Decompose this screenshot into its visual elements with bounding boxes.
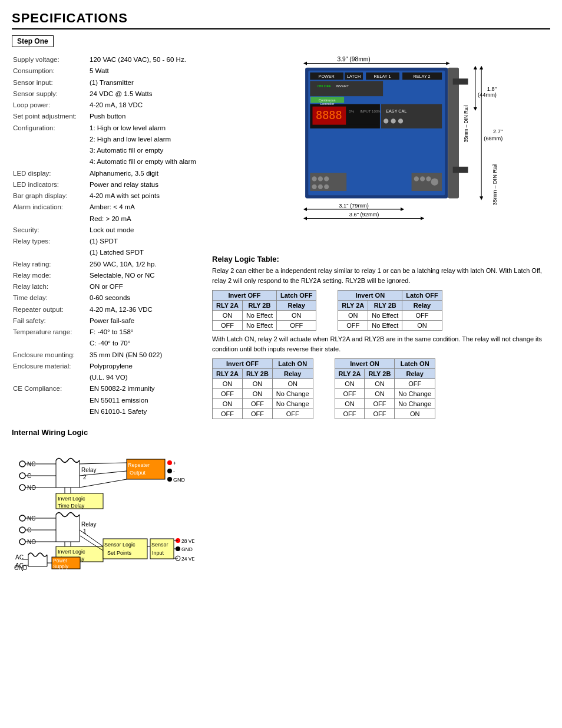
spec-label: Temperature range: bbox=[12, 327, 88, 338]
spec-row: C: -40° to 70° bbox=[12, 338, 200, 349]
spec-label: Security: bbox=[12, 225, 88, 236]
spec-value: 2: High and low level alarm bbox=[88, 134, 200, 145]
spec-label: Set point adjustment: bbox=[12, 111, 88, 122]
spec-row: EN 61010-1 Safety bbox=[12, 406, 200, 417]
svg-point-90 bbox=[414, 176, 419, 181]
header-invert-on-2: Invert ON bbox=[335, 359, 395, 369]
dim-31: 3.1" (79mm) bbox=[339, 203, 369, 209]
svg-text:Set Points: Set Points bbox=[107, 550, 132, 556]
spec-label: LED indicators: bbox=[12, 179, 88, 190]
sensor-logic-label: Sensor Logic bbox=[104, 542, 135, 548]
svg-point-17 bbox=[167, 469, 172, 473]
spec-value: Selectable, NO or NC bbox=[88, 270, 200, 281]
col-rly2a-1: RLY 2A bbox=[213, 301, 243, 311]
spec-row: (1) Latched SPDT bbox=[12, 247, 200, 258]
spec-row: Time delay:0-60 seconds bbox=[12, 292, 200, 304]
col-relay-1: Relay bbox=[276, 301, 316, 311]
dim-top: 3.9" (98mm) bbox=[337, 56, 370, 62]
spec-value: F: -40° to 158° bbox=[88, 327, 200, 338]
svg-rect-78 bbox=[381, 104, 442, 129]
din-label2: 35mm – DIN Rail bbox=[464, 106, 469, 143]
header-latch-off-2: Latch OFF bbox=[402, 291, 442, 301]
spec-label: Sensor supply: bbox=[12, 88, 88, 100]
table-row: ONOFFNo Change bbox=[335, 399, 435, 409]
relay2-label: Relay bbox=[81, 467, 97, 473]
table-row: ONONOFF bbox=[335, 379, 435, 389]
header-latch-off: Latch OFF bbox=[276, 291, 316, 301]
latch-header: LATCH bbox=[347, 74, 361, 79]
table-row: ONNo EffectOFF bbox=[338, 311, 442, 321]
sensor-label: Sensor bbox=[151, 542, 168, 548]
repeater-label: Repeater bbox=[128, 462, 150, 468]
spec-label: Configuration: bbox=[12, 123, 88, 134]
svg-point-18 bbox=[167, 477, 172, 482]
spec-label: Relay rating: bbox=[12, 259, 88, 270]
dim-36: 3.6" (92mm) bbox=[349, 212, 379, 218]
col-relay-3: Relay bbox=[272, 369, 313, 379]
v28-label: 28 VDC bbox=[181, 538, 194, 544]
spec-row: Configuration:1: High or low level alarm bbox=[12, 123, 200, 134]
col-rly2b-4: RLY 2B bbox=[365, 369, 395, 379]
spec-value: 120 VAC (240 VAC), 50 - 60 Hz. bbox=[88, 54, 200, 65]
spec-row: Loop power:4-20 mA, 18 VDC bbox=[12, 100, 200, 111]
spec-label: Supply voltage: bbox=[12, 54, 88, 65]
svg-point-86 bbox=[312, 185, 316, 189]
spec-row: Relay rating:250 VAC, 10A, 1/2 hp. bbox=[12, 259, 200, 270]
relay2-header: RELAY 2 bbox=[414, 74, 431, 79]
svg-point-24 bbox=[19, 539, 25, 545]
table-row: OFFONNo Change bbox=[213, 389, 313, 399]
col-rly2a-2: RLY 2A bbox=[338, 301, 368, 311]
svg-line-19 bbox=[80, 463, 127, 464]
spec-value: (U.L. 94 VO) bbox=[88, 372, 200, 383]
din-label: 35mm – DIN Rail bbox=[492, 164, 498, 206]
spec-value: 4-20 mA, 12-36 VDC bbox=[88, 304, 200, 315]
spec-row: Sensor supply:24 VDC @ 1.5 Watts bbox=[12, 88, 200, 100]
v24-label: 24 VDC bbox=[181, 556, 194, 562]
table-row: OFFONNo Change bbox=[335, 389, 435, 399]
spec-label bbox=[12, 156, 88, 167]
spec-label: Enclosure material: bbox=[12, 361, 88, 372]
svg-text:Controller: Controller bbox=[320, 102, 335, 106]
wiring-diagram: NC C NO Relay 2 bbox=[12, 442, 194, 571]
tables-row-2: Invert OFF Latch ON RLY 2A RLY 2B Relay … bbox=[212, 358, 550, 419]
spec-value: Push button bbox=[88, 111, 200, 122]
dim-18: 1.8" bbox=[487, 86, 497, 92]
easy-cal: EASY CAL bbox=[386, 108, 406, 114]
spec-label: Loop power: bbox=[12, 100, 88, 111]
spec-label: Fail safety: bbox=[12, 315, 88, 327]
spec-value: C: -40° to 70° bbox=[88, 338, 200, 349]
gnd-label: GND bbox=[173, 477, 186, 483]
table-row: ONOFFNo Change bbox=[213, 399, 313, 409]
table-invert-on-latch-on: Invert ON Latch ON RLY 2A RLY 2B Relay O… bbox=[335, 358, 436, 419]
svg-point-23 bbox=[19, 527, 25, 533]
step-box: Step One bbox=[12, 35, 54, 47]
table-row: OFFOFFOFF bbox=[213, 409, 313, 419]
main-content: Supply voltage:120 VAC (240 VAC), 50 - 6… bbox=[12, 54, 550, 573]
page: SPECIFICATIONS Step One Supply voltage:1… bbox=[0, 0, 562, 585]
svg-rect-96 bbox=[453, 167, 468, 173]
svg-point-91 bbox=[420, 176, 425, 181]
spec-row: LED indicators:Power and relay status bbox=[12, 179, 200, 190]
svg-text:(68mm): (68mm) bbox=[484, 136, 503, 141]
svg-point-88 bbox=[324, 185, 329, 189]
header-invert-off-2: Invert OFF bbox=[213, 359, 273, 369]
spec-row: 3: Automatic fill or empty bbox=[12, 145, 200, 156]
table-row: OFFNo EffectON bbox=[338, 321, 442, 331]
svg-point-79 bbox=[384, 118, 388, 123]
spec-row: Temperature range:F: -40° to 158° bbox=[12, 327, 200, 338]
relay-logic-title: Relay Logic Table: bbox=[212, 255, 550, 263]
col-rly2b-2: RLY 2B bbox=[368, 301, 402, 311]
spec-row: Repeater output:4-20 mA, 12-36 VDC bbox=[12, 304, 200, 315]
spec-value: 4-20 mA with set points bbox=[88, 190, 200, 202]
spec-value: Amber: < 4 mA bbox=[88, 202, 200, 213]
svg-rect-94 bbox=[448, 68, 459, 199]
spec-value: 0-60 seconds bbox=[88, 292, 200, 304]
gnd2-label: GND bbox=[181, 546, 193, 552]
spec-value: EN 55011 emission bbox=[88, 395, 200, 406]
table-row: OFFNo EffectOFF bbox=[213, 321, 316, 331]
svg-point-16 bbox=[167, 460, 172, 465]
table-row: OFFOFFON bbox=[335, 409, 435, 419]
spec-value: EN 50082-2 immunity bbox=[88, 383, 200, 394]
svg-point-0 bbox=[19, 461, 25, 467]
dim-27: 2.7" bbox=[493, 129, 503, 134]
